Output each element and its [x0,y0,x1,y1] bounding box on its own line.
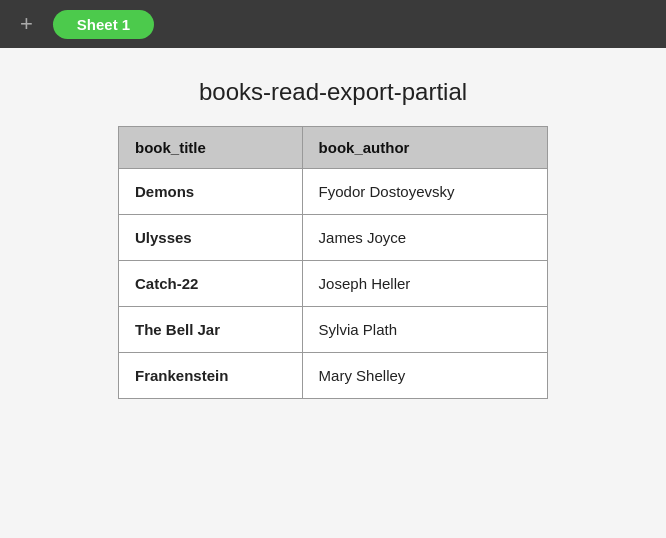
table-row: The Bell JarSylvia Plath [119,307,548,353]
column-header-author: book_author [302,127,547,169]
main-content: books-read-export-partial book_title boo… [0,48,666,439]
sheet-tab-1[interactable]: Sheet 1 [53,10,154,39]
cell-book-author: Joseph Heller [302,261,547,307]
cell-book-title: Demons [119,169,303,215]
table-row: DemonsFyodor Dostoyevsky [119,169,548,215]
spreadsheet-title: books-read-export-partial [199,78,467,106]
cell-book-author: Mary Shelley [302,353,547,399]
tab-bar: + Sheet 1 [0,0,666,48]
cell-book-author: Sylvia Plath [302,307,547,353]
cell-book-title: Ulysses [119,215,303,261]
table-row: UlyssesJames Joyce [119,215,548,261]
cell-book-author: Fyodor Dostoyevsky [302,169,547,215]
cell-book-title: The Bell Jar [119,307,303,353]
cell-book-author: James Joyce [302,215,547,261]
cell-book-title: Catch-22 [119,261,303,307]
data-table: book_title book_author DemonsFyodor Dost… [118,126,548,399]
table-row: FrankensteinMary Shelley [119,353,548,399]
cell-book-title: Frankenstein [119,353,303,399]
column-header-title: book_title [119,127,303,169]
table-header-row: book_title book_author [119,127,548,169]
table-row: Catch-22Joseph Heller [119,261,548,307]
add-sheet-button[interactable]: + [12,9,41,39]
